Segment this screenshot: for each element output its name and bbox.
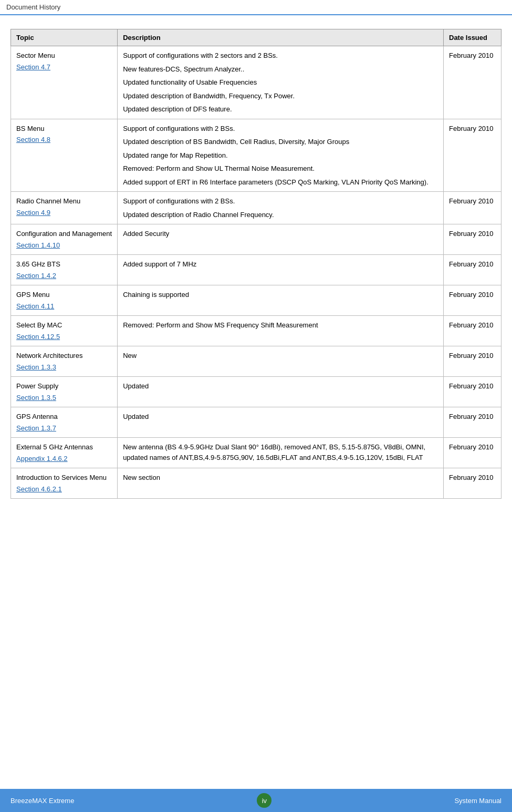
- section-link[interactable]: Section 4.7: [16, 62, 112, 73]
- date-cell: February 2010: [444, 46, 501, 119]
- description-cell: Removed: Perform and Show MS Frequency S…: [118, 316, 444, 346]
- topic-cell: Configuration and ManagementSection 1.4.…: [11, 224, 118, 255]
- description-text: Chaining is supported: [123, 290, 438, 300]
- topic-cell: BS MenuSection 4.8: [11, 119, 118, 192]
- topic-cell: 3.65 GHz BTSSection 1.4.2: [11, 255, 118, 285]
- description-text: New antenna (BS 4.9-5.9GHz Dual Slant 90…: [123, 442, 438, 462]
- document-history-table: Topic Description Date Issued Sector Men…: [11, 29, 501, 499]
- section-link[interactable]: Section 1.3.3: [16, 362, 112, 373]
- table-row: External 5 GHz AntennasAppendix 1.4.6.2N…: [11, 438, 501, 468]
- section-link[interactable]: Section 4.8: [16, 135, 112, 145]
- description-text: Removed: Perform and Show MS Frequency S…: [123, 320, 438, 331]
- topic-label: Select By MAC: [16, 320, 112, 331]
- description-cell: Chaining is supported: [118, 285, 444, 316]
- topic-label: Network Architectures: [16, 351, 112, 361]
- section-link[interactable]: Section 1.4.10: [16, 240, 112, 251]
- footer-left: BreezeMAX Extreme: [11, 797, 74, 805]
- date-cell: February 2010: [444, 119, 501, 192]
- table-row: GPS MenuSection 4.11Chaining is supporte…: [11, 285, 501, 316]
- date-cell: February 2010: [444, 407, 501, 438]
- topic-label: 3.65 GHz BTS: [16, 259, 112, 270]
- section-link[interactable]: Section 4.9: [16, 208, 112, 218]
- topic-label: Configuration and Management: [16, 229, 112, 239]
- topic-cell: GPS MenuSection 4.11: [11, 285, 118, 316]
- section-link[interactable]: Appendix 1.4.6.2: [16, 454, 112, 464]
- col-date: Date Issued: [444, 29, 501, 46]
- description-text: Support of configurations with 2 sectors…: [123, 50, 438, 61]
- table-row: 3.65 GHz BTSSection 1.4.2Added support o…: [11, 255, 501, 285]
- topic-cell: Power SupplySection 1.3.5: [11, 377, 118, 407]
- section-link[interactable]: Section 4.6.2.1: [16, 484, 112, 495]
- table-row: BS MenuSection 4.8Support of configurati…: [11, 119, 501, 192]
- table-row: Configuration and ManagementSection 1.4.…: [11, 224, 501, 255]
- topic-cell: GPS AntennaSection 1.3.7: [11, 407, 118, 438]
- topic-label: Radio Channel Menu: [16, 196, 112, 207]
- topic-label: GPS Menu: [16, 290, 112, 300]
- description-text: New: [123, 351, 438, 361]
- footer: BreezeMAX Extreme iv System Manual: [0, 789, 512, 812]
- date-cell: February 2010: [444, 377, 501, 407]
- topic-label: Introduction to Services Menu: [16, 472, 112, 483]
- description-text: Updated description of Radio Channel Fre…: [123, 210, 438, 220]
- section-link[interactable]: Section 1.3.5: [16, 393, 112, 403]
- document-history-header: Document History: [0, 0, 512, 15]
- topic-label: BS Menu: [16, 124, 112, 134]
- date-cell: February 2010: [444, 255, 501, 285]
- description-text: Updated description of BS Bandwidth, Cel…: [123, 137, 438, 147]
- description-cell: Support of configurations with 2 BSs.Upd…: [118, 192, 444, 224]
- description-text: Updated functionality of Usable Frequenc…: [123, 77, 438, 88]
- description-text: Updated description of DFS feature.: [123, 104, 438, 115]
- description-text: Support of configurations with 2 BSs.: [123, 196, 438, 207]
- description-text: New section: [123, 472, 438, 483]
- col-description: Description: [118, 29, 444, 46]
- topic-label: GPS Antenna: [16, 412, 112, 422]
- date-cell: February 2010: [444, 285, 501, 316]
- footer-right: System Manual: [454, 797, 501, 805]
- table-row: GPS AntennaSection 1.3.7UpdatedFebruary …: [11, 407, 501, 438]
- footer-page-number: iv: [257, 793, 271, 808]
- col-topic: Topic: [11, 29, 118, 46]
- date-cell: February 2010: [444, 316, 501, 346]
- description-text: Added support of ERT in R6 Interface par…: [123, 177, 438, 188]
- topic-cell: External 5 GHz AntennasAppendix 1.4.6.2: [11, 438, 118, 468]
- description-cell: Updated: [118, 377, 444, 407]
- description-cell: Support of configurations with 2 sectors…: [118, 46, 444, 119]
- page-title: Document History: [6, 3, 60, 11]
- section-link[interactable]: Section 4.12.5: [16, 332, 112, 342]
- topic-cell: Network ArchitecturesSection 1.3.3: [11, 346, 118, 377]
- section-link[interactable]: Section 1.4.2: [16, 271, 112, 281]
- description-text: Updated: [123, 381, 438, 392]
- description-text: New features-DCS, Spectrum Analyzer..: [123, 64, 438, 75]
- topic-cell: Sector MenuSection 4.7: [11, 46, 118, 119]
- main-content: Topic Description Date Issued Sector Men…: [0, 15, 512, 789]
- description-text: Added Security: [123, 229, 438, 239]
- table-row: Power SupplySection 1.3.5UpdatedFebruary…: [11, 377, 501, 407]
- description-cell: Support of configurations with 2 BSs.Upd…: [118, 119, 444, 192]
- section-link[interactable]: Section 1.3.7: [16, 423, 112, 434]
- description-cell: New: [118, 346, 444, 377]
- date-cell: February 2010: [444, 346, 501, 377]
- table-row: Select By MACSection 4.12.5Removed: Perf…: [11, 316, 501, 346]
- section-link[interactable]: Section 4.11: [16, 301, 112, 312]
- description-cell: New section: [118, 468, 444, 499]
- topic-cell: Radio Channel MenuSection 4.9: [11, 192, 118, 224]
- description-text: Added support of 7 MHz: [123, 259, 438, 270]
- date-cell: February 2010: [444, 468, 501, 499]
- table-row: Sector MenuSection 4.7Support of configu…: [11, 46, 501, 119]
- description-text: Updated range for Map Repetition.: [123, 150, 438, 161]
- table-row: Introduction to Services MenuSection 4.6…: [11, 468, 501, 499]
- topic-cell: Select By MACSection 4.12.5: [11, 316, 118, 346]
- topic-label: External 5 GHz Antennas: [16, 442, 112, 453]
- date-cell: February 2010: [444, 438, 501, 468]
- description-cell: Added support of 7 MHz: [118, 255, 444, 285]
- topic-cell: Introduction to Services MenuSection 4.6…: [11, 468, 118, 499]
- description-cell: New antenna (BS 4.9-5.9GHz Dual Slant 90…: [118, 438, 444, 468]
- description-text: Updated description of Bandwidth, Freque…: [123, 91, 438, 101]
- topic-label: Power Supply: [16, 381, 112, 392]
- description-cell: Updated: [118, 407, 444, 438]
- table-row: Radio Channel MenuSection 4.9Support of …: [11, 192, 501, 224]
- description-cell: Added Security: [118, 224, 444, 255]
- description-text: Updated: [123, 412, 438, 422]
- description-text: Removed: Perform and Show UL Thermal Noi…: [123, 163, 438, 174]
- date-cell: February 2010: [444, 192, 501, 224]
